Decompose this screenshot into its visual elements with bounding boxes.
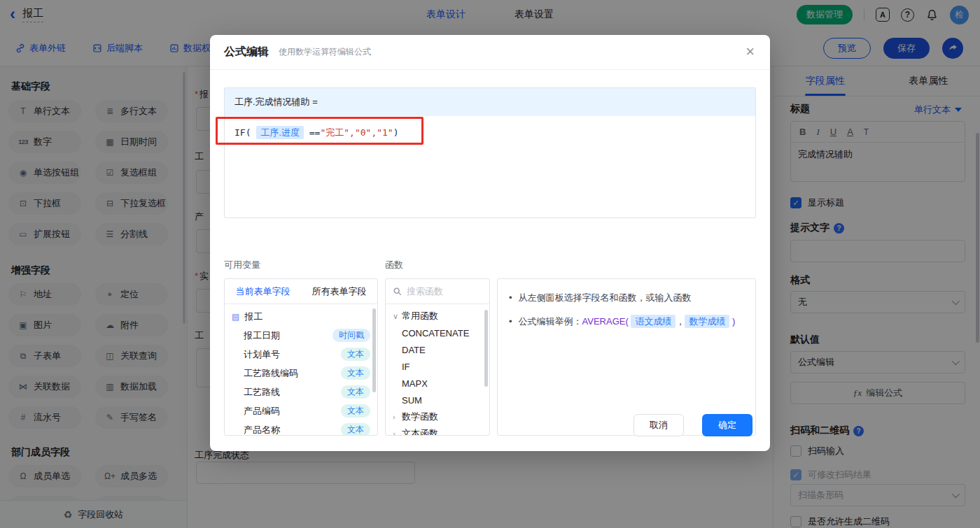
confirm-button[interactable]: 确定 — [702, 414, 752, 436]
functions-panel: ∨ 常用函数 CONCATENATE DATE IF MAPX SUM › 数学… — [385, 278, 490, 436]
type-badge: 文本 — [341, 348, 370, 361]
code-keyword: IF( — [234, 127, 251, 138]
help-line-2: • 公式编辑举例：AVERAGE( 语文成绩，数学成绩 ) — [509, 315, 744, 328]
variable-row[interactable]: 报工日期时间戳 — [225, 326, 377, 345]
variable-row[interactable]: 产品编码文本 — [225, 401, 377, 420]
function-item[interactable]: DATE — [386, 341, 489, 358]
variables-label: 可用变量 — [224, 259, 260, 271]
chevron-collapsed-icon: › — [393, 429, 402, 436]
formula-editor[interactable]: 工序.完成情况辅助 = IF( 工序.进度 =="完工","0","1") — [224, 87, 756, 218]
type-badge: 文本 — [341, 423, 370, 436]
modal-title: 公式编辑 — [224, 45, 269, 59]
type-badge: 文本 — [341, 366, 370, 380]
type-badge: 时间戳 — [332, 329, 370, 342]
function-item[interactable]: CONCATENATE — [386, 324, 489, 341]
code-paren: ) — [393, 127, 399, 138]
chevron-collapsed-icon: › — [393, 413, 402, 421]
search-icon — [393, 287, 402, 296]
function-group-common[interactable]: ∨ 常用函数 — [386, 308, 489, 324]
cancel-button[interactable]: 取消 — [634, 414, 684, 436]
functions-scrollbar[interactable] — [484, 310, 488, 387]
code-strings: "完工","0","1" — [320, 127, 393, 138]
formula-target: 工序.完成情况辅助 = — [225, 88, 755, 116]
function-item[interactable]: SUM — [386, 392, 489, 408]
variable-row[interactable]: 工艺路线文本 — [225, 383, 377, 401]
variables-scrollbar[interactable] — [372, 308, 376, 392]
modal-subtitle: 使用数学运算符编辑公式 — [279, 46, 371, 58]
formula-edit-modal: 公式编辑 使用数学运算符编辑公式 × 工序.完成情况辅助 = IF( 工序.进度… — [210, 35, 770, 451]
code-operator: == — [309, 127, 321, 138]
functions-label: 函数 — [385, 259, 403, 271]
form-doc-icon: ▤ — [232, 312, 239, 322]
variables-panel: 当前表单字段 所有表单字段 ▤ 报工 报工日期时间戳 计划单号文本 工艺路线编码… — [224, 278, 378, 436]
variable-row[interactable]: 计划单号文本 — [225, 345, 377, 364]
type-badge: 文本 — [341, 404, 370, 418]
tab-all-form-fields[interactable]: 所有表单字段 — [301, 279, 377, 304]
modal-header: 公式编辑 使用数学运算符编辑公式 — [210, 35, 770, 70]
variable-tree-root[interactable]: ▤ 报工 — [225, 307, 377, 326]
example-label: 公式编辑举例： — [519, 316, 582, 327]
variable-row[interactable]: 工艺路线编码文本 — [225, 364, 377, 383]
example-field-chip: 语文成绩 — [631, 315, 676, 328]
type-badge: 文本 — [341, 385, 370, 399]
formula-code[interactable]: IF( 工序.进度 =="完工","0","1") — [225, 116, 755, 150]
app-window: ‹ 报工 表单设计 表单设置 数据管理 A ? 检 表单外链 后端 — [0, 0, 980, 528]
function-group-text[interactable]: › 文本函数 — [386, 425, 489, 436]
field-chip[interactable]: 工序.进度 — [256, 126, 304, 139]
close-icon[interactable]: × — [746, 44, 755, 59]
example-field-chip: 数学成绩 — [685, 315, 729, 328]
example-function-close: ) — [732, 316, 735, 327]
help-line-1: • 从左侧面板选择字段名和函数，或输入函数 — [509, 292, 744, 304]
function-search-input[interactable] — [407, 286, 477, 297]
example-comma: ， — [676, 316, 685, 327]
function-item[interactable]: IF — [386, 358, 489, 375]
function-search — [386, 279, 489, 304]
chevron-expanded-icon: ∨ — [393, 312, 402, 321]
example-function-open: AVERAGE( — [582, 316, 629, 327]
variable-row[interactable]: 产品名称文本 — [225, 420, 377, 436]
function-item[interactable]: MAPX — [386, 375, 489, 392]
help-panel: • 从左侧面板选择字段名和函数，或输入函数 • 公式编辑举例：AVERAGE( … — [497, 278, 756, 436]
tab-current-form-fields[interactable]: 当前表单字段 — [225, 279, 301, 304]
function-group-math[interactable]: › 数学函数 — [386, 408, 489, 425]
